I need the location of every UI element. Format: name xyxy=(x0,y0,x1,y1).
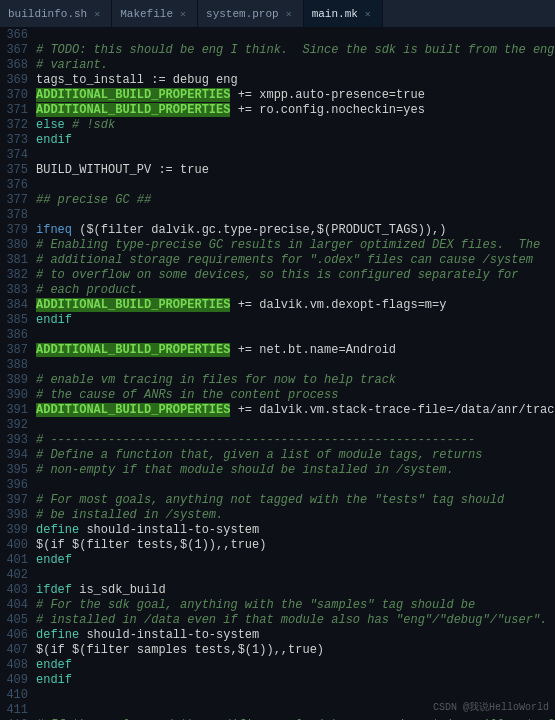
code-content: 366367# TODO: this should be eng I think… xyxy=(0,28,555,720)
tab-label: buildinfo.sh xyxy=(8,8,87,20)
line-number: 380 xyxy=(0,238,36,252)
line-number: 411 xyxy=(0,703,36,717)
line-number: 394 xyxy=(0,448,36,462)
table-row: 379ifneq ($(filter dalvik.gc.type-precis… xyxy=(0,223,555,238)
line-number: 404 xyxy=(0,598,36,612)
line-number: 384 xyxy=(0,298,36,312)
line-number: 379 xyxy=(0,223,36,237)
line-code: # the cause of ANRs in the content proce… xyxy=(36,388,555,402)
line-code: ADDITIONAL_BUILD_PROPERTIES += dalvik.vm… xyxy=(36,298,555,312)
table-row: 374 xyxy=(0,148,555,163)
table-row: 378 xyxy=(0,208,555,223)
tab-Makefile[interactable]: Makefile✕ xyxy=(112,0,198,27)
line-code: # Define a function that, given a list o… xyxy=(36,448,555,462)
line-number: 400 xyxy=(0,538,36,552)
table-row: 369tags_to_install := debug eng xyxy=(0,73,555,88)
line-code: # enable vm tracing in files for now to … xyxy=(36,373,555,387)
table-row: 398# be installed in /system. xyxy=(0,508,555,523)
line-code: endif xyxy=(36,673,555,687)
table-row: 393# -----------------------------------… xyxy=(0,433,555,448)
line-code: # installed in /data even if that module… xyxy=(36,613,555,627)
table-row: 373endif xyxy=(0,133,555,148)
line-code: tags_to_install := debug eng xyxy=(36,73,555,87)
table-row: 404# For the sdk goal, anything with the… xyxy=(0,598,555,613)
line-number: 399 xyxy=(0,523,36,537)
line-code: ADDITIONAL_BUILD_PROPERTIES += ro.config… xyxy=(36,103,555,117)
line-code: else # !sdk xyxy=(36,118,555,132)
line-number: 376 xyxy=(0,178,36,192)
line-code: $(if $(filter tests,$(1)),,true) xyxy=(36,538,555,552)
close-icon[interactable]: ✕ xyxy=(177,8,189,20)
table-row: 376 xyxy=(0,178,555,193)
table-row: 380# Enabling type-precise GC results in… xyxy=(0,238,555,253)
table-row: 394# Define a function that, given a lis… xyxy=(0,448,555,463)
line-code: define should-install-to-system xyxy=(36,523,555,537)
table-row: 402 xyxy=(0,568,555,583)
line-code: # non-empty if that module should be ins… xyxy=(36,463,555,477)
table-row: 396 xyxy=(0,478,555,493)
line-number: 370 xyxy=(0,88,36,102)
line-code: # TODO: this should be eng I think. Sinc… xyxy=(36,43,555,57)
tab-system_prop[interactable]: system.prop✕ xyxy=(198,0,304,27)
table-row: 405# installed in /data even if that mod… xyxy=(0,613,555,628)
line-number: 407 xyxy=(0,643,36,657)
tab-bar: buildinfo.sh✕Makefile✕system.prop✕main.m… xyxy=(0,0,555,28)
line-number: 382 xyxy=(0,268,36,282)
line-number: 388 xyxy=(0,358,36,372)
table-row: 397# For most goals, anything not tagged… xyxy=(0,493,555,508)
line-number: 378 xyxy=(0,208,36,222)
line-number: 401 xyxy=(0,553,36,567)
close-icon[interactable]: ✕ xyxy=(362,8,374,20)
table-row: 388 xyxy=(0,358,555,373)
table-row: 391ADDITIONAL_BUILD_PROPERTIES += dalvik… xyxy=(0,403,555,418)
line-number: 375 xyxy=(0,163,36,177)
line-number: 368 xyxy=(0,58,36,72)
close-icon[interactable]: ✕ xyxy=(91,8,103,20)
table-row: 382# to overflow on some devices, so thi… xyxy=(0,268,555,283)
line-code: ADDITIONAL_BUILD_PROPERTIES += dalvik.vm… xyxy=(36,403,555,417)
tab-main_mk[interactable]: main.mk✕ xyxy=(304,0,383,27)
line-number: 386 xyxy=(0,328,36,342)
line-number: 371 xyxy=(0,103,36,117)
line-code: ## precise GC ## xyxy=(36,193,555,207)
table-row: 390# the cause of ANRs in the content pr… xyxy=(0,388,555,403)
line-number: 393 xyxy=(0,433,36,447)
line-code: # For most goals, anything not tagged wi… xyxy=(36,493,555,507)
line-number: 373 xyxy=(0,133,36,147)
line-number: 367 xyxy=(0,43,36,57)
tab-label: system.prop xyxy=(206,8,279,20)
line-code: ifneq ($(filter dalvik.gc.type-precise,$… xyxy=(36,223,555,237)
line-number: 410 xyxy=(0,688,36,702)
table-row: 401endef xyxy=(0,553,555,568)
tab-label: main.mk xyxy=(312,8,358,20)
tab-buildinfo_sh[interactable]: buildinfo.sh✕ xyxy=(0,0,112,27)
table-row: 411 xyxy=(0,703,555,718)
table-row: 367# TODO: this should be eng I think. S… xyxy=(0,43,555,58)
table-row: 386 xyxy=(0,328,555,343)
line-number: 403 xyxy=(0,583,36,597)
line-code: $(if $(filter samples tests,$(1)),,true) xyxy=(36,643,555,657)
close-icon[interactable]: ✕ xyxy=(283,8,295,20)
table-row: 368# variant. xyxy=(0,58,555,73)
line-number: 402 xyxy=(0,568,36,582)
line-number: 383 xyxy=(0,283,36,297)
table-row: 377## precise GC ## xyxy=(0,193,555,208)
table-row: 389# enable vm tracing in files for now … xyxy=(0,373,555,388)
line-code: endef xyxy=(36,553,555,567)
line-number: 408 xyxy=(0,658,36,672)
table-row: 400$(if $(filter tests,$(1)),,true) xyxy=(0,538,555,553)
line-number: 406 xyxy=(0,628,36,642)
table-row: 410 xyxy=(0,688,555,703)
line-code: # additional storage requirements for ".… xyxy=(36,253,555,267)
table-row: 387ADDITIONAL_BUILD_PROPERTIES += net.bt… xyxy=(0,343,555,358)
line-number: 377 xyxy=(0,193,36,207)
table-row: 371ADDITIONAL_BUILD_PROPERTIES += ro.con… xyxy=(0,103,555,118)
line-number: 395 xyxy=(0,463,36,477)
line-code: ADDITIONAL_BUILD_PROPERTIES += net.bt.na… xyxy=(36,343,555,357)
line-number: 396 xyxy=(0,478,36,492)
line-number: 387 xyxy=(0,343,36,357)
line-code: # to overflow on some devices, so this i… xyxy=(36,268,555,282)
code-container[interactable]: 366367# TODO: this should be eng I think… xyxy=(0,28,555,720)
line-code: # each product. xyxy=(36,283,555,297)
line-code: endif xyxy=(36,313,555,327)
